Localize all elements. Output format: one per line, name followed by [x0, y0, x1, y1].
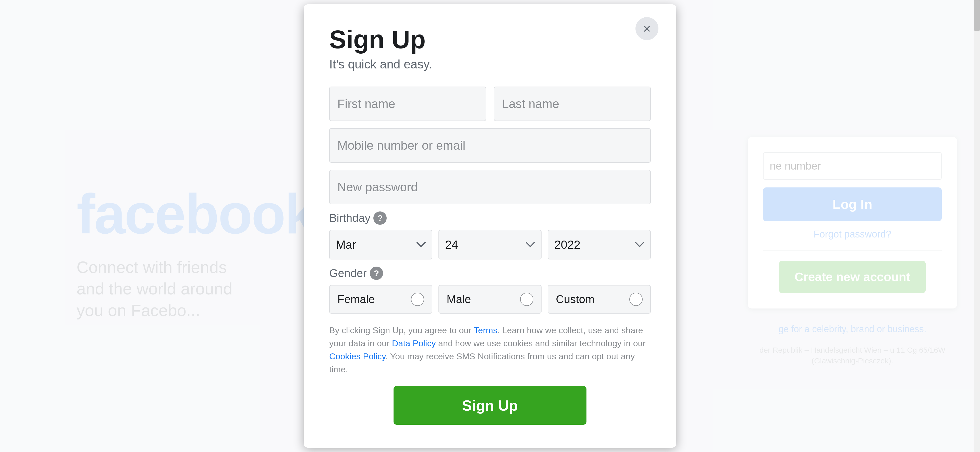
- gender-female-label: Female: [337, 293, 375, 306]
- gender-help-icon[interactable]: ?: [370, 267, 383, 280]
- mobile-email-input[interactable]: [329, 128, 651, 163]
- scrollbar[interactable]: [974, 0, 980, 452]
- cookies-link[interactable]: Cookies Policy: [329, 351, 385, 361]
- birthday-day-select[interactable]: 24 123 456 789 101112 131415 161718 1920…: [438, 230, 542, 259]
- gender-male-label: Male: [447, 293, 471, 306]
- data-policy-link[interactable]: Data Policy: [392, 339, 436, 348]
- password-row: [329, 170, 651, 204]
- scrollbar-thumb[interactable]: [974, 0, 980, 30]
- gender-option-custom[interactable]: Custom: [548, 285, 651, 314]
- gender-section: Gender ? Female Male Custom: [329, 267, 651, 314]
- last-name-input[interactable]: [494, 86, 651, 121]
- gender-male-radio[interactable]: [520, 293, 533, 306]
- signup-button[interactable]: Sign Up: [393, 386, 587, 425]
- modal-overlay: × Sign Up It's quick and easy. Birthday …: [0, 0, 980, 452]
- password-input[interactable]: [329, 170, 651, 204]
- gender-custom-radio[interactable]: [629, 293, 643, 306]
- mobile-email-row: [329, 128, 651, 163]
- signup-modal: × Sign Up It's quick and easy. Birthday …: [304, 4, 676, 448]
- close-button[interactable]: ×: [635, 17, 659, 40]
- modal-subtitle: It's quick and easy.: [329, 57, 651, 71]
- birthday-label: Birthday ?: [329, 211, 651, 225]
- birthday-year-select[interactable]: 2022 20212020 20192018 20172016 20152014…: [548, 230, 651, 259]
- gender-female-radio[interactable]: [411, 293, 424, 306]
- name-row: [329, 86, 651, 121]
- terms-text: By clicking Sign Up, you agree to our Te…: [329, 324, 651, 376]
- birthday-row: Mar Jan Feb Apr May Jun Jul Aug Sep Oct …: [329, 230, 651, 259]
- birthday-month-select[interactable]: Mar Jan Feb Apr May Jun Jul Aug Sep Oct …: [329, 230, 432, 259]
- terms-link[interactable]: Terms: [474, 325, 497, 335]
- birthday-section: Birthday ? Mar Jan Feb Apr May Jun Jul A…: [329, 211, 651, 259]
- gender-label: Gender ?: [329, 267, 651, 280]
- gender-option-female[interactable]: Female: [329, 285, 432, 314]
- modal-title: Sign Up: [329, 25, 651, 54]
- first-name-input[interactable]: [329, 86, 486, 121]
- gender-row: Female Male Custom: [329, 285, 651, 314]
- gender-custom-label: Custom: [556, 293, 595, 306]
- gender-option-male[interactable]: Male: [438, 285, 542, 314]
- close-icon: ×: [643, 22, 651, 35]
- birthday-help-icon[interactable]: ?: [373, 211, 387, 225]
